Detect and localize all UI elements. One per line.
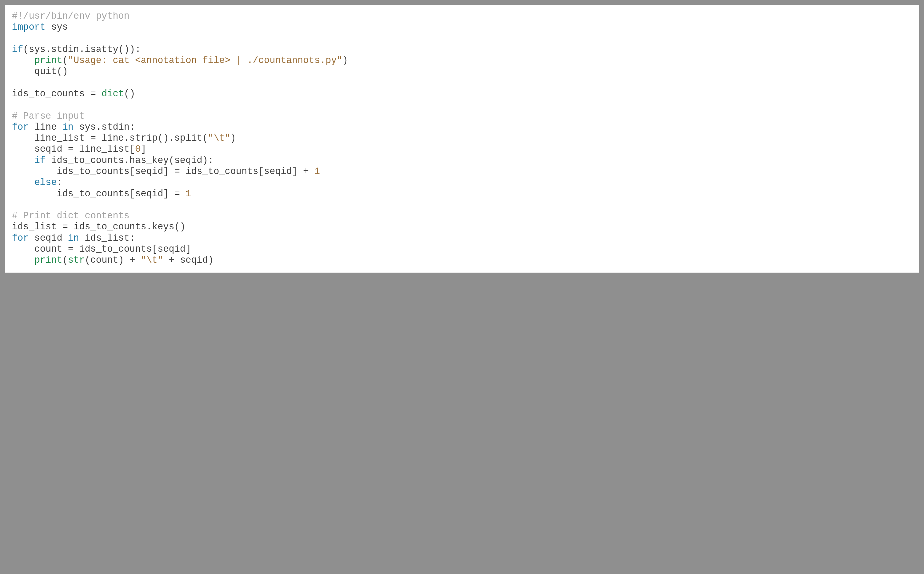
code-token: () <box>124 89 135 99</box>
code-token: print <box>34 255 62 265</box>
code-token: seqid = line_list[ <box>12 144 135 155</box>
code-token: "\t" <box>141 255 163 265</box>
code-token: ) <box>231 133 236 144</box>
code-token: ids_to_counts.has_key(seqid): <box>46 155 213 166</box>
code-token: (sys.stdin.isatty()): <box>23 44 141 55</box>
code-block: #!/usr/bin/env python import sys if(sys.… <box>12 11 912 266</box>
code-token: ( <box>62 255 68 265</box>
code-token: in <box>62 122 74 132</box>
code-token: + seqid) <box>163 255 213 265</box>
code-token: ids_list = ids_to_counts.keys() <box>12 222 185 232</box>
code-token: if <box>34 155 46 166</box>
code-token: else <box>34 177 57 188</box>
code-token: "\t" <box>208 133 231 144</box>
code-token: for <box>12 122 29 132</box>
code-token <box>12 255 34 265</box>
code-panel: #!/usr/bin/env python import sys if(sys.… <box>5 5 919 273</box>
code-token: 0 <box>135 144 141 155</box>
code-token: line <box>29 122 62 132</box>
code-token: ) <box>342 55 348 66</box>
code-token: sys <box>46 22 68 32</box>
code-token: (count) + <box>85 255 141 265</box>
code-token: seqid <box>29 233 68 243</box>
code-token: #!/usr/bin/env python <box>12 11 130 21</box>
code-token <box>12 177 34 188</box>
code-token: ids_to_counts[seqid] = <box>12 189 185 199</box>
code-token: 1 <box>185 189 191 199</box>
code-token: ] <box>141 144 146 155</box>
code-token: quit() <box>12 66 68 77</box>
code-token: if <box>12 44 23 55</box>
code-token: ids_to_counts = <box>12 89 101 99</box>
code-token: : <box>57 177 62 188</box>
code-token <box>12 155 34 166</box>
code-token: for <box>12 233 29 243</box>
code-token: import <box>12 22 46 32</box>
code-token: "Usage: cat <annotation file> | ./counta… <box>68 55 342 66</box>
code-token: # Parse input <box>12 111 85 121</box>
code-token: ids_to_counts[seqid] = ids_to_counts[seq… <box>12 166 314 177</box>
code-token <box>12 55 34 66</box>
code-token: # Print dict contents <box>12 211 130 221</box>
code-token: 1 <box>314 166 320 177</box>
code-token: print <box>34 55 62 66</box>
code-token: count = ids_to_counts[seqid] <box>12 244 191 254</box>
code-token: ids_list: <box>79 233 135 243</box>
code-token: sys.stdin: <box>73 122 135 132</box>
code-token: dict <box>101 89 124 99</box>
code-token: str <box>68 255 85 265</box>
code-token: line_list = line.strip().split( <box>12 133 208 144</box>
code-token: ( <box>62 55 68 66</box>
code-token: in <box>68 233 79 243</box>
